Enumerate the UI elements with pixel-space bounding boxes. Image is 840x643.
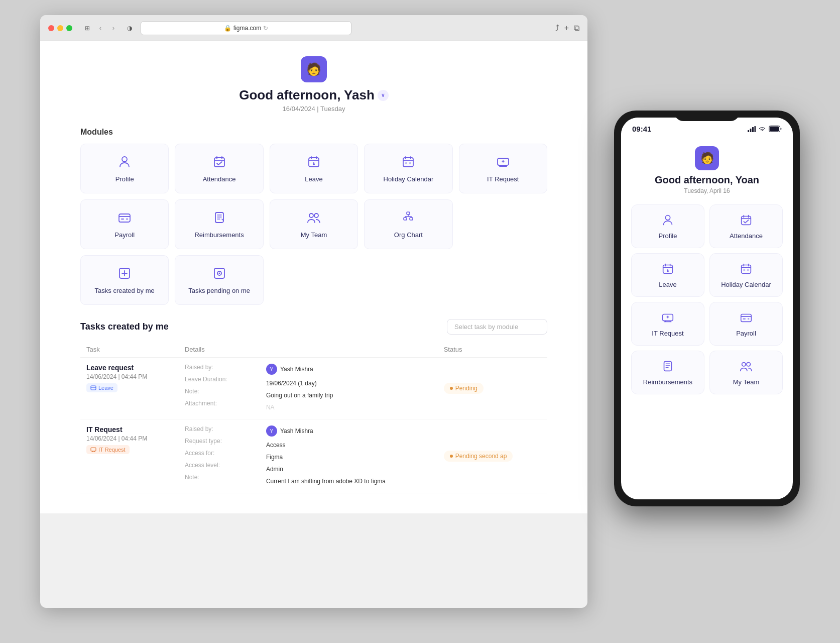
module-label-holiday-calendar: Holiday Calendar	[370, 175, 447, 183]
module-label-attendance: Attendance	[180, 175, 258, 183]
phone-header: 🧑 Good afternoon, Yoan Tuesday, April 16	[631, 141, 783, 204]
minimize-button[interactable]	[57, 25, 63, 31]
phone-module-label-profile: Profile	[638, 232, 698, 240]
phone-holiday-icon	[739, 262, 753, 276]
svg-rect-5	[405, 162, 407, 164]
page-header: 🧑 Good afternoon, Yash ∨ 16/04/2024 | Tu…	[80, 56, 547, 113]
svg-rect-1	[214, 158, 224, 167]
svg-point-27	[665, 216, 670, 220]
task-filter-dropdown[interactable]: Select task by module	[447, 319, 547, 335]
module-my-team[interactable]: My Team	[270, 199, 358, 249]
status-dot-1	[450, 387, 453, 390]
raiser-avatar-1: Y	[266, 364, 277, 375]
leave-icon	[306, 154, 321, 169]
greeting-dropdown[interactable]: ∨	[378, 90, 389, 101]
share-icon[interactable]: ⤴	[555, 24, 559, 33]
task-name-2: IT Request	[86, 425, 173, 434]
phone-module-attendance[interactable]: Attendance	[709, 204, 783, 248]
close-button[interactable]	[48, 25, 54, 31]
status-cell-2: Pending second ap	[438, 419, 547, 493]
svg-rect-14	[410, 218, 413, 220]
svg-rect-13	[404, 218, 407, 220]
module-org-chart[interactable]: Org Chart	[364, 199, 452, 249]
task-cell-2: IT Request 14/06/2024 | 04:44 PM IT Requ…	[80, 419, 179, 493]
back-button[interactable]: ‹	[95, 23, 105, 33]
tasks-section-title: Tasks created by me	[80, 322, 169, 332]
phone-module-label-payroll: Payroll	[716, 330, 776, 337]
page-content: 🧑 Good afternoon, Yash ∨ 16/04/2024 | Tu…	[40, 41, 587, 513]
module-reimbursements[interactable]: Reimbursements	[175, 199, 263, 249]
org-chart-icon	[401, 210, 416, 225]
phone-module-profile[interactable]: Profile	[631, 204, 704, 248]
phone-module-leave[interactable]: Leave	[631, 253, 704, 297]
module-payroll[interactable]: Payroll	[80, 199, 169, 249]
battery-icon	[769, 126, 782, 132]
task-name-1: Leave request	[86, 364, 173, 372]
table-row: Leave request 14/06/2024 | 04:44 PM Leav…	[80, 358, 547, 419]
module-label-profile: Profile	[86, 175, 163, 183]
wifi-icon	[758, 126, 766, 132]
task-date-1: 14/06/2024 | 04:44 PM	[86, 373, 173, 380]
phone-date: Tuesday, April 16	[631, 187, 783, 194]
refresh-icon[interactable]: ↻	[263, 25, 268, 32]
col-status: Status	[438, 342, 547, 358]
module-label-tasks-created: Tasks created by me	[86, 287, 163, 294]
svg-rect-31	[742, 265, 751, 274]
svg-point-0	[122, 157, 127, 162]
phone-modules-grid: Profile Attendance	[631, 204, 783, 394]
sidebar-icon[interactable]: ⊞	[82, 23, 92, 33]
phone-module-reimbursements[interactable]: Reimbursements	[631, 351, 704, 394]
phone-reimbursements-icon	[661, 359, 675, 373]
phone-module-label-reimbursements: Reimbursements	[638, 378, 698, 386]
brightness-icon: ◑	[125, 23, 135, 33]
detail-values-1: Y Yash Mishra 19/06/2024 (1 day) Going o…	[260, 358, 438, 419]
status-badge-1: Pending	[444, 383, 484, 394]
phone-status-icons	[748, 126, 782, 132]
detail-values-2: Y Yash Mishra Access Figma Admin Current…	[260, 419, 438, 493]
svg-rect-26	[770, 127, 779, 132]
svg-rect-19	[91, 386, 96, 390]
module-tasks-pending[interactable]: Tasks pending on me	[175, 255, 263, 305]
address-bar[interactable]: 🔒 figma.com ↻	[141, 21, 351, 35]
phone-module-my-team[interactable]: My Team	[709, 351, 783, 394]
phone-module-payroll[interactable]: Payroll	[709, 302, 783, 346]
svg-point-10	[309, 213, 313, 218]
module-attendance[interactable]: Attendance	[175, 144, 263, 193]
phone-attendance-icon	[739, 213, 753, 227]
phone-leave-icon	[661, 262, 675, 276]
payroll-icon	[117, 210, 132, 225]
tasks-pending-icon	[212, 266, 227, 281]
task-date-2: 14/06/2024 | 04:44 PM	[86, 435, 173, 442]
svg-rect-24	[755, 126, 756, 132]
phone-person-icon	[661, 213, 675, 227]
modules-row-2: Payroll Reimbursements My Team	[80, 199, 547, 249]
module-holiday-calendar[interactable]: Holiday Calendar	[364, 144, 452, 193]
add-tab-icon[interactable]: +	[564, 24, 569, 33]
module-label-it-request: IT Request	[464, 175, 542, 183]
module-label-tasks-pending: Tasks pending on me	[180, 287, 258, 294]
task-cell-1: Leave request 14/06/2024 | 04:44 PM Leav…	[80, 358, 179, 419]
phone-it-icon	[661, 310, 675, 325]
phone-module-holiday-calendar[interactable]: Holiday Calendar	[709, 253, 783, 297]
module-it-request[interactable]: IT Request	[459, 144, 547, 193]
module-tasks-created[interactable]: Tasks created by me	[80, 255, 169, 305]
svg-point-38	[747, 363, 750, 366]
phone-module-label-holiday-calendar: Holiday Calendar	[716, 281, 776, 288]
tasks-header: Tasks created by me Select task by modul…	[80, 319, 547, 335]
module-profile[interactable]: Profile	[80, 144, 169, 193]
phone-content: 🧑 Good afternoon, Yoan Tuesday, April 16…	[621, 136, 793, 404]
forward-button[interactable]: ›	[108, 23, 118, 33]
col-details-value	[260, 342, 438, 358]
browser-actions: ⤴ + ⧉	[555, 24, 579, 33]
svg-rect-22	[750, 129, 752, 132]
svg-rect-28	[742, 217, 751, 225]
modules-row-3: Tasks created by me Tasks pending on me	[80, 255, 547, 305]
module-leave[interactable]: Leave	[270, 144, 358, 193]
phone-module-it-request[interactable]: IT Request	[631, 302, 704, 346]
status-dot-2	[450, 455, 453, 458]
browser-nav: ⊞ ‹ ›	[82, 23, 118, 33]
phone-module-label-it-request: IT Request	[638, 330, 698, 337]
tabs-icon[interactable]: ⧉	[574, 24, 579, 33]
it-request-icon	[496, 154, 511, 169]
maximize-button[interactable]	[66, 25, 72, 31]
